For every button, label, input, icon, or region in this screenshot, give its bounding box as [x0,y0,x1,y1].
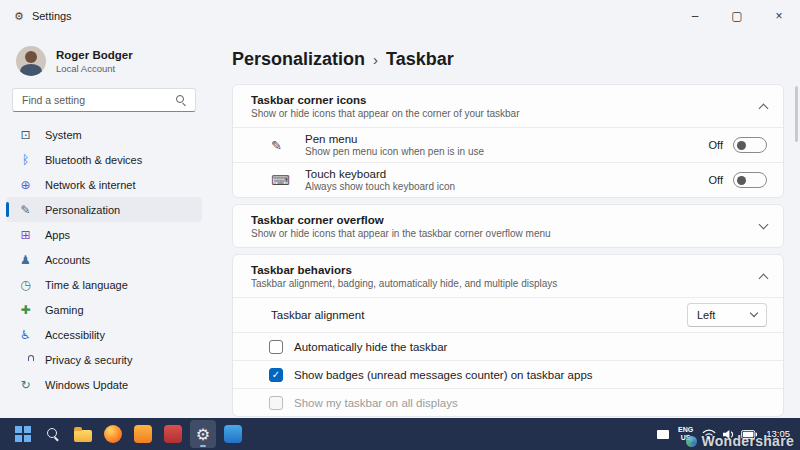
sidebar-item-apps[interactable]: ⊞ Apps [6,222,202,247]
tray-status-icons[interactable] [702,429,757,440]
gamepad-icon: ✚ [18,303,33,317]
windows-logo-icon [15,426,31,442]
sidebar-item-label: Apps [45,229,70,241]
card-title: Taskbar behaviors [251,264,760,276]
sidebar-item-label: Bluetooth & devices [45,154,142,166]
settings-app-icon: ⚙ [14,10,24,23]
auto-hide-checkbox[interactable] [269,340,283,354]
setting-title: Pen menu [305,133,709,145]
close-button[interactable]: × [758,0,800,32]
titlebar: ⚙ Settings – ▢ × [0,0,800,32]
chevron-down-icon [750,309,758,317]
checkbox-label: Show my taskbar on all displays [294,397,458,409]
language-indicator[interactable]: ENG US [678,426,693,442]
user-profile[interactable]: Roger Bodger Local Account [16,46,192,76]
window-title: Settings [32,10,72,22]
card-taskbar-behaviors: Taskbar behaviors Taskbar alignment, bad… [232,254,784,417]
hidden-icons-button[interactable] [657,430,669,439]
expander-taskbar-corner-icons[interactable]: Taskbar corner icons Show or hide icons … [233,85,783,127]
sidebar-item-label: Gaming [45,304,84,316]
sidebar: Roger Bodger Local Account ⊡ System ᛒ Bl… [0,32,208,418]
bluetooth-icon: ᛒ [18,153,33,167]
keyboard-icon: ⌨ [271,173,291,188]
sidebar-item-label: Time & language [45,279,128,291]
red-app-icon [164,425,182,443]
sidebar-item-label: Personalization [45,204,120,216]
sidebar-nav: ⊡ System ᛒ Bluetooth & devices ⊕ Network… [6,122,202,397]
setting-subtitle: Always show touch keyboard icon [305,181,709,192]
file-explorer-button[interactable] [70,420,96,448]
chevron-up-icon [759,273,769,283]
battery-icon [741,430,757,439]
paintbrush-icon: ✎ [18,203,33,217]
breadcrumb: Personalization › Taskbar [232,46,784,72]
sidebar-item-network-internet[interactable]: ⊕ Network & internet [6,172,202,197]
taskbar-alignment-select[interactable]: Left [687,303,767,327]
sidebar-item-bluetooth-devices[interactable]: ᛒ Bluetooth & devices [6,147,202,172]
app-red-button[interactable] [160,420,186,448]
sidebar-item-time-language[interactable]: ◷ Time & language [6,272,202,297]
start-button[interactable] [10,420,36,448]
setting-title: Taskbar alignment [271,309,687,321]
avatar [16,46,46,76]
card-subtitle: Show or hide icons that appear on the co… [251,108,760,119]
sidebar-item-label: Windows Update [45,379,128,391]
card-title: Taskbar corner icons [251,94,760,106]
firefox-icon [104,425,122,443]
sidebar-item-label: Accessibility [45,329,105,341]
breadcrumb-parent[interactable]: Personalization [232,49,365,70]
minimize-button[interactable]: – [674,0,716,32]
pen-menu-toggle[interactable] [733,137,767,153]
person-icon: ♟ [18,253,33,267]
expander-taskbar-behaviors[interactable]: Taskbar behaviors Taskbar alignment, bad… [233,255,783,297]
sidebar-item-windows-update[interactable]: ↻ Windows Update [6,372,202,397]
blue-app-icon [224,425,242,443]
maximize-button[interactable]: ▢ [716,0,758,32]
show-badges-checkbox[interactable] [269,368,283,382]
pen-icon: ✎ [271,138,291,153]
sidebar-item-accounts[interactable]: ♟ Accounts [6,247,202,272]
app-blue-button[interactable] [220,420,246,448]
sidebar-item-system[interactable]: ⊡ System [6,122,202,147]
clock-icon: ◷ [18,278,33,292]
expander-taskbar-corner-overflow[interactable]: Taskbar corner overflow Show or hide ico… [233,205,783,247]
search-input[interactable] [12,88,196,112]
sidebar-item-gaming[interactable]: ✚ Gaming [6,297,202,322]
app-orange-button[interactable] [130,420,156,448]
taskbar-search-button[interactable] [40,420,66,448]
orange-app-icon [134,425,152,443]
update-icon: ↻ [18,378,33,392]
toggle-state-label: Off [709,139,723,151]
volume-icon [722,429,735,440]
scrollbar[interactable] [795,86,798,142]
sidebar-item-label: Accounts [45,254,90,266]
sidebar-item-label: Privacy & security [45,354,132,366]
search-icon [46,427,60,441]
folder-icon [74,430,92,442]
sidebar-item-personalization[interactable]: ✎ Personalization [6,197,202,222]
gear-icon: ⚙ [196,425,210,444]
account-type: Local Account [56,63,133,74]
toggle-state-label: Off [709,174,723,186]
touch-keyboard-toggle[interactable] [733,172,767,188]
firefox-button[interactable] [100,420,126,448]
search-box [12,88,196,112]
chevron-up-icon [759,103,769,113]
all-displays-checkbox[interactable] [269,396,283,410]
settings-taskbar-button[interactable]: ⚙ [190,420,216,448]
chevron-down-icon [759,219,769,229]
card-taskbar-corner-icons: Taskbar corner icons Show or hide icons … [232,84,784,198]
card-subtitle: Show or hide icons that appear in the ta… [251,228,760,239]
setting-title: Touch keyboard [305,168,709,180]
globe-icon: ⊕ [18,178,33,192]
setting-row-auto-hide: Automatically hide the taskbar [233,332,783,360]
page-title: Taskbar [386,49,454,70]
display-icon: ⊡ [18,128,33,142]
sidebar-item-accessibility[interactable]: ♿ Accessibility [6,322,202,347]
wifi-icon [702,429,716,440]
sidebar-item-privacy-security[interactable]: Privacy & security [6,347,202,372]
clock[interactable]: 13:05 [766,428,794,439]
time: 13:05 [766,428,790,439]
breadcrumb-separator-icon: › [373,50,378,68]
selected-value: Left [697,309,715,321]
